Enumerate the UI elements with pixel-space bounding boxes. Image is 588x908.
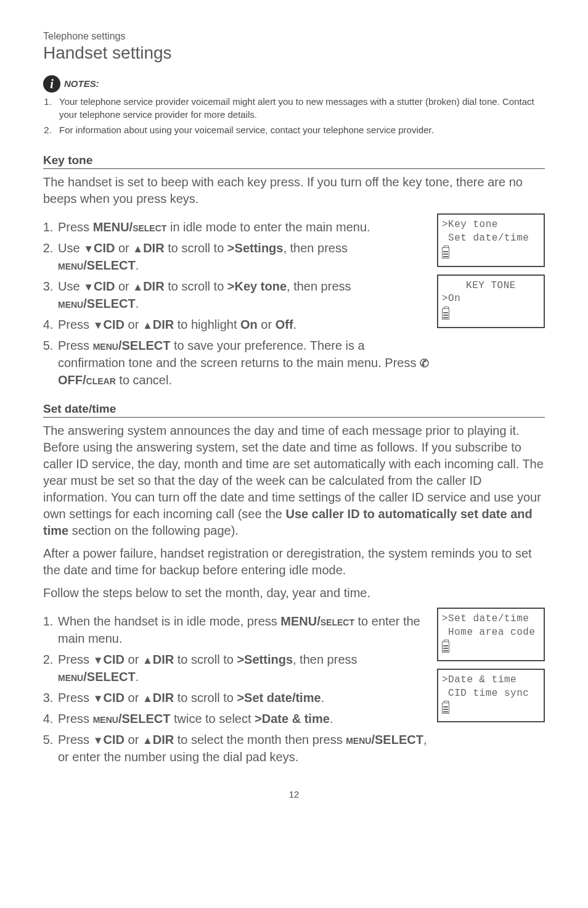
notes-list: Your telephone service provider voicemai… xyxy=(43,95,545,136)
key-tone-intro: The handset is set to beep with each key… xyxy=(43,174,545,207)
step: Press CID or DIR to scroll to >Set date/… xyxy=(57,689,431,706)
step: Press MENU/SELECT in idle mode to enter … xyxy=(57,218,431,236)
notes-label: NOTES: xyxy=(64,78,99,89)
page-title: Handset settings xyxy=(43,43,545,63)
lcd-line: Set date/time xyxy=(442,232,540,246)
set-date-para2: After a power failure, handset registrat… xyxy=(43,545,545,579)
breadcrumb: Telephone settings xyxy=(43,31,545,42)
set-date-para1: The answering system announces the day a… xyxy=(43,423,545,539)
down-triangle-icon xyxy=(93,318,104,331)
info-icon xyxy=(43,75,60,93)
down-triangle-icon xyxy=(83,241,94,255)
lcd-screen-set-date-menu: >Set date/time Home area code xyxy=(437,608,545,661)
lcd-line: >Date & time xyxy=(442,674,540,687)
lcd-title: KEY TONE xyxy=(442,279,540,293)
section-heading-key-tone: Key tone xyxy=(43,154,545,169)
up-triangle-icon xyxy=(133,279,143,293)
lcd-line: >On xyxy=(442,292,540,306)
lcd-screen-key-tone-menu: >Key tone Set date/time xyxy=(437,213,545,267)
step: Use CID or DIR to scroll to >Key tone, t… xyxy=(57,278,431,312)
down-triangle-icon xyxy=(93,653,104,666)
up-triangle-icon xyxy=(133,241,143,255)
lcd-screen-date-and-time: >Date & time CID time sync xyxy=(437,669,545,722)
lcd-line: >Set date/time xyxy=(442,613,540,626)
step: Use CID or DIR to scroll to >Settings, t… xyxy=(57,239,431,274)
up-triangle-icon xyxy=(142,733,153,746)
battery-icon xyxy=(442,308,449,320)
note-item: For information about using your voicema… xyxy=(54,123,545,136)
battery-icon xyxy=(442,642,449,653)
step: Press CID or DIR to select the month the… xyxy=(57,731,431,766)
up-triangle-icon xyxy=(142,691,153,704)
down-triangle-icon xyxy=(83,279,94,293)
battery-icon xyxy=(442,703,449,714)
down-triangle-icon xyxy=(93,691,104,704)
lcd-screen-key-tone-value: KEY TONE >On xyxy=(437,274,545,328)
lcd-line: >Key tone xyxy=(442,218,540,232)
up-triangle-icon xyxy=(142,653,153,666)
phone-icon xyxy=(420,356,429,369)
step: Press CID or DIR to highlight On or Off. xyxy=(57,316,431,333)
notes-header: NOTES: xyxy=(43,74,545,91)
note-item: Your telephone service provider voicemai… xyxy=(54,95,545,121)
set-date-steps: When the handset is in idle mode, press … xyxy=(43,613,431,766)
down-triangle-icon xyxy=(93,733,104,746)
key-tone-steps: Press MENU/SELECT in idle mode to enter … xyxy=(43,218,431,389)
battery-icon xyxy=(442,247,449,258)
step: Press CID or DIR to scroll to >Settings,… xyxy=(57,651,431,685)
lcd-line: CID time sync xyxy=(442,687,540,701)
set-date-para3: Follow the steps below to set the month,… xyxy=(43,585,545,601)
step: When the handset is in idle mode, press … xyxy=(57,613,431,647)
section-heading-set-date: Set date/time xyxy=(43,402,545,418)
lcd-line: Home area code xyxy=(442,626,540,640)
step: Press MENU/SELECT twice to select >Date … xyxy=(57,710,431,727)
page-number: 12 xyxy=(43,789,545,799)
up-triangle-icon xyxy=(142,318,153,331)
step: Press MENU/SELECT to save your preferenc… xyxy=(57,337,431,389)
